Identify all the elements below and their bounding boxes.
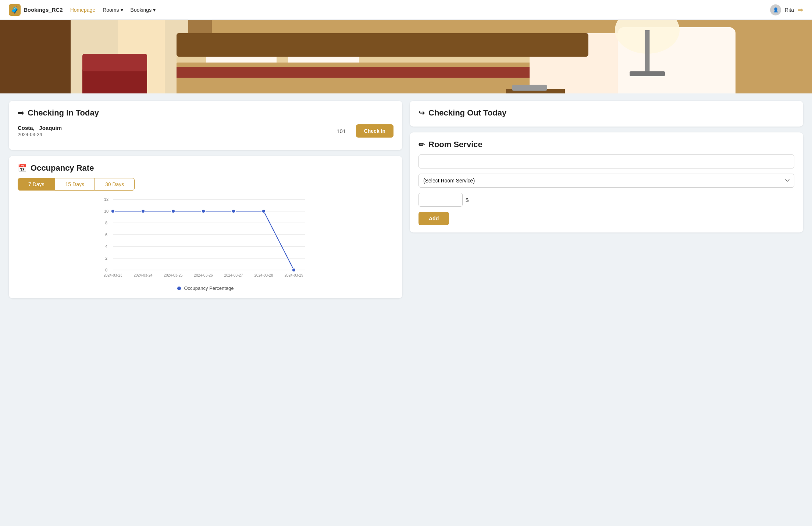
svg-point-36	[171, 209, 175, 213]
chart-legend: Occupancy Percentage	[18, 285, 393, 291]
checking-out-card: ↪ Checking Out Today	[410, 101, 803, 127]
svg-text:2024-03-23: 2024-03-23	[103, 273, 122, 277]
price-symbol: $	[466, 197, 469, 203]
room-service-title: ✏ Room Service	[419, 140, 794, 149]
user-name: Rita	[785, 7, 794, 13]
nav-rooms[interactable]: Rooms ▾	[103, 7, 123, 13]
left-column: ➡ Checking In Today Costa, Joaquim 2024-…	[9, 101, 402, 298]
svg-rect-1	[0, 20, 71, 93]
room-number-input[interactable]	[419, 154, 794, 168]
right-column: ↪ Checking Out Today ✏ Room Service (Sel…	[410, 101, 803, 298]
nav-homepage[interactable]: Homepage	[70, 7, 96, 13]
svg-point-40	[292, 268, 296, 272]
svg-text:2024-03-24: 2024-03-24	[133, 273, 153, 277]
svg-rect-18	[512, 85, 547, 91]
svg-text:6: 6	[105, 232, 107, 237]
checking-in-icon: ➡	[18, 109, 24, 117]
period-tabs: 7 Days 15 Days 30 Days	[18, 178, 135, 191]
hero-bg	[0, 20, 812, 93]
service-select[interactable]: (Select Room Service)	[419, 174, 794, 188]
svg-point-39	[262, 209, 266, 213]
svg-text:2024-03-28: 2024-03-28	[254, 273, 273, 277]
brand: 🧳 Bookings_RC2	[9, 4, 63, 16]
period-30days[interactable]: 30 Days	[95, 178, 134, 190]
svg-point-38	[232, 209, 235, 213]
brand-icon: 🧳	[9, 4, 21, 16]
svg-text:12: 12	[104, 197, 108, 202]
room-service-card: ✏ Room Service (Select Room Service) $ A…	[410, 132, 803, 232]
occupancy-card: 📅 Occupancy Rate 7 Days 15 Days 30 Days …	[9, 156, 402, 298]
guest-name: Costa, Joaquim	[18, 125, 327, 131]
avatar: 👤	[770, 4, 781, 15]
guest-date: 2024-03-24	[18, 132, 327, 137]
nav-links: Homepage Rooms ▾ Bookings ▾	[70, 7, 763, 13]
guest-info: Costa, Joaquim 2024-03-24	[18, 125, 327, 137]
svg-point-37	[202, 209, 205, 213]
occupancy-chart: 0 2 4 6 8 10 12	[18, 196, 393, 281]
svg-point-35	[141, 209, 145, 213]
hero-svg	[0, 20, 812, 93]
svg-rect-9	[177, 67, 588, 78]
checking-in-card: ➡ Checking In Today Costa, Joaquim 2024-…	[9, 101, 402, 150]
svg-text:2024-03-29: 2024-03-29	[284, 273, 303, 277]
svg-text:10: 10	[104, 209, 108, 213]
svg-rect-16	[630, 71, 665, 76]
nav-right: 👤 Rita ⇒	[770, 4, 803, 15]
checking-in-title: ➡ Checking In Today	[18, 108, 393, 118]
legend-label: Occupancy Percentage	[184, 285, 234, 291]
legend-dot	[177, 287, 181, 290]
period-15days[interactable]: 15 Days	[55, 178, 95, 190]
occupancy-icon: 📅	[18, 164, 27, 173]
svg-text:4: 4	[105, 244, 107, 249]
price-input[interactable]	[419, 193, 463, 207]
room-service-form: (Select Room Service) $ Add	[419, 154, 794, 225]
svg-text:2: 2	[105, 256, 107, 260]
chart-svg: 0 2 4 6 8 10 12	[18, 196, 393, 281]
svg-rect-15	[645, 30, 650, 71]
svg-rect-13	[82, 54, 147, 71]
logout-icon[interactable]: ⇒	[798, 6, 803, 14]
checking-out-title: ↪ Checking Out Today	[419, 108, 794, 118]
nav-bookings[interactable]: Bookings ▾	[131, 7, 156, 13]
room-service-icon: ✏	[419, 140, 425, 149]
navbar: 🧳 Bookings_RC2 Homepage Rooms ▾ Bookings…	[0, 0, 812, 20]
main-content: ➡ Checking In Today Costa, Joaquim 2024-…	[0, 93, 812, 306]
service-select-wrapper: (Select Room Service)	[419, 174, 794, 188]
hero-image	[0, 20, 812, 93]
price-row: $	[419, 193, 794, 207]
brand-name: Bookings_RC2	[24, 7, 63, 13]
period-7days[interactable]: 7 Days	[18, 178, 55, 190]
occupancy-title: 📅 Occupancy Rate	[18, 163, 393, 173]
svg-text:0: 0	[105, 268, 107, 272]
add-button[interactable]: Add	[419, 212, 449, 225]
bookings-dropdown-icon: ▾	[153, 7, 156, 13]
svg-text:2024-03-26: 2024-03-26	[194, 273, 213, 277]
room-number: 101	[334, 128, 349, 134]
svg-text:2024-03-27: 2024-03-27	[224, 273, 243, 277]
rooms-dropdown-icon: ▾	[121, 7, 123, 13]
check-in-button[interactable]: Check In	[356, 124, 393, 138]
checkin-row: Costa, Joaquim 2024-03-24 101 Check In	[18, 119, 393, 143]
svg-point-34	[111, 209, 115, 213]
svg-rect-19	[177, 33, 588, 57]
checking-out-icon: ↪	[419, 109, 425, 117]
svg-text:8: 8	[105, 221, 107, 225]
svg-text:2024-03-25: 2024-03-25	[164, 273, 183, 277]
